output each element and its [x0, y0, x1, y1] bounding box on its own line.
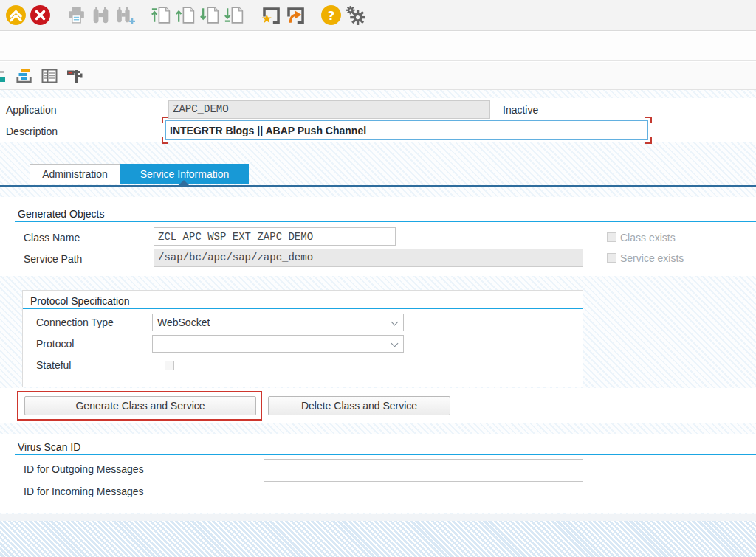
virus-scan-title: Virus Scan ID — [18, 441, 80, 453]
previous-page-icon[interactable] — [173, 2, 198, 29]
new-session-icon[interactable] — [283, 2, 307, 29]
class-exists-label: Class exists — [620, 232, 676, 243]
last-page-icon[interactable] — [222, 2, 247, 29]
status-text: Inactive — [503, 104, 538, 116]
change-marker-top-right — [645, 117, 652, 123]
service-path-label: Service Path — [24, 253, 82, 265]
incoming-messages-input[interactable] — [264, 481, 583, 499]
service-exists-label: Service exists — [620, 252, 684, 264]
connection-type-label: Connection Type — [36, 316, 114, 328]
runtime-object-icon[interactable] — [62, 64, 87, 88]
class-exists-checkbox — [607, 232, 616, 242]
partial-icon[interactable] — [0, 64, 9, 88]
virus-scan-rule — [15, 454, 756, 455]
print-icon[interactable] — [64, 2, 89, 29]
tab-strip-line — [0, 185, 756, 187]
title-strip — [0, 32, 756, 61]
protocol-specification-group: Protocol Specification Connection Type W… — [22, 290, 583, 387]
change-marker-top-left — [162, 117, 168, 123]
create-shortcut-icon[interactable] — [258, 2, 283, 29]
description-label: Description — [6, 125, 58, 137]
description-input[interactable] — [165, 120, 648, 140]
cancel-icon[interactable] — [28, 2, 52, 29]
next-page-icon[interactable] — [198, 2, 222, 29]
class-name-input[interactable] — [154, 227, 396, 246]
application-label: Application — [6, 104, 57, 116]
help-icon[interactable]: ? — [319, 2, 343, 29]
incoming-messages-label: ID for Incoming Messages — [24, 485, 144, 497]
first-page-icon[interactable] — [149, 2, 173, 29]
application-field: ZAPC_DEMO — [168, 100, 490, 119]
protocol-specification-title: Protocol Specification — [30, 295, 130, 307]
tab-administration[interactable]: Administration — [30, 164, 120, 184]
bottom-hatch-area — [0, 521, 756, 557]
outgoing-messages-input[interactable] — [264, 459, 583, 477]
chevron-down-icon — [391, 319, 399, 326]
find-icon[interactable] — [89, 2, 113, 29]
stateful-label: Stateful — [36, 359, 71, 371]
stateful-checkbox[interactable] — [165, 361, 174, 370]
connection-type-select[interactable]: WebSocket — [152, 314, 404, 331]
svg-text:?: ? — [328, 9, 335, 23]
outgoing-messages-label: ID for Outgoing Messages — [24, 463, 144, 475]
customize-layout-icon[interactable] — [343, 2, 368, 29]
generated-objects-rule — [15, 221, 756, 222]
protocol-label: Protocol — [36, 338, 74, 350]
exit-icon[interactable] — [4, 2, 28, 29]
class-name-label: Class Name — [24, 232, 80, 243]
service-exists-checkbox — [607, 253, 616, 263]
main-content: Application ZAPC_DEMO Inactive Descripti… — [0, 90, 756, 514]
change-marker-bottom-left — [162, 137, 168, 144]
sap-gui-window: ? Application ZAPC_DEMO Inactive — [0, 0, 756, 557]
generate-class-service-button[interactable]: Generate Class and Service — [24, 396, 256, 415]
find-next-icon[interactable] — [113, 2, 137, 29]
generated-objects-title: Generated Objects — [18, 208, 105, 220]
bottom-strip — [0, 514, 756, 521]
application-toolbar — [0, 62, 756, 90]
worklist-icon[interactable] — [12, 64, 37, 88]
service-path-field: /sap/bc/apc/sap/zapc_demo — [154, 249, 583, 267]
protocol-select[interactable] — [152, 335, 404, 353]
change-marker-bottom-right — [645, 137, 652, 144]
protocol-specification-rule — [23, 308, 583, 309]
table-view-icon[interactable] — [37, 64, 62, 88]
chevron-down-icon — [391, 340, 399, 347]
delete-class-service-button[interactable]: Delete Class and Service — [268, 396, 450, 415]
system-toolbar: ? — [0, 0, 756, 31]
